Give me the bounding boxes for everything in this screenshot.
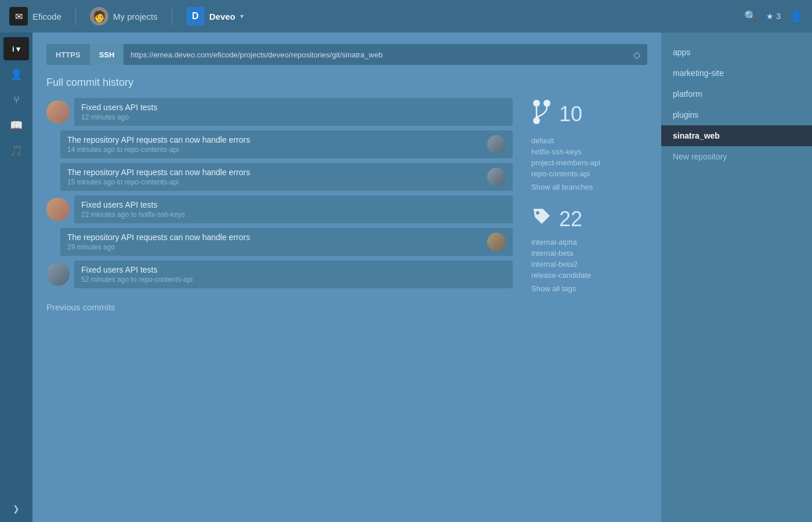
tag-link[interactable]: internal-beta2 xyxy=(531,259,647,270)
commit-card[interactable]: Fixed users API tests 22 minutes ago to … xyxy=(74,195,513,223)
deveo-section[interactable]: D Deveo ▾ xyxy=(186,7,244,26)
brand-icon: ✉ xyxy=(9,7,28,26)
url-input[interactable] xyxy=(124,50,626,59)
avatar xyxy=(487,168,506,186)
commit-title: The repository API requests can now hand… xyxy=(67,233,483,242)
commit-row: Fixed users API tests 52 minutes ago to … xyxy=(46,260,513,288)
commit-meta: 52 minutes ago to repo-contents-api xyxy=(81,276,506,284)
sidebar-expand-button[interactable]: ❯ xyxy=(3,500,29,517)
brand-label: Eficode xyxy=(32,12,61,21)
tag-links: internal-alpha internal-beta internal-be… xyxy=(531,237,647,294)
top-nav: ✉ Eficode 🧑 My projects D Deveo ▾ 🔍 ★ 3 … xyxy=(0,0,812,32)
commit-row: The repository API requests can now hand… xyxy=(46,163,513,191)
content-area: HTTPS SSH ◇ Full commit history Fixed us… xyxy=(32,32,661,522)
stars-section[interactable]: ★ 3 xyxy=(766,12,781,21)
search-button[interactable]: 🔍 xyxy=(744,10,757,23)
tag-icon xyxy=(531,206,552,232)
deveo-dropdown-chevron[interactable]: ▾ xyxy=(240,12,244,20)
tag-link[interactable]: internal-beta xyxy=(531,248,647,259)
repo-list-item-apps[interactable]: apps xyxy=(661,42,812,63)
branch-icon xyxy=(531,98,552,130)
commit-title: The repository API requests can now hand… xyxy=(67,135,483,144)
https-tab[interactable]: HTTPS xyxy=(46,44,90,65)
sidebar-item-branches[interactable]: ⑂ xyxy=(3,88,29,111)
commit-meta: 12 minutes ago xyxy=(81,113,506,121)
branches-stat: 10 default hotfix-ssh-keys project-membe… xyxy=(531,98,647,193)
show-all-branches-link[interactable]: Show all branches xyxy=(531,182,647,193)
new-repository-link[interactable]: New repository xyxy=(661,146,812,167)
avatar xyxy=(46,100,70,124)
avatar xyxy=(46,263,70,286)
commit-meta: 15 minutes ago to repo-contents-api xyxy=(67,178,483,186)
commit-row: The repository API requests can now hand… xyxy=(46,228,513,256)
branches-count: 10 xyxy=(559,102,582,126)
my-projects-link[interactable]: 🧑 My projects xyxy=(90,7,158,26)
commit-title: The repository API requests can now hand… xyxy=(67,168,483,177)
previous-commits-link[interactable]: Previous commits xyxy=(46,302,513,312)
nav-actions: 🔍 ★ 3 👤 xyxy=(744,10,803,23)
tags-count: 22 xyxy=(559,207,582,231)
commit-inner: The repository API requests can now hand… xyxy=(60,228,513,256)
brand-section[interactable]: ✉ Eficode xyxy=(9,7,61,26)
show-all-tags-link[interactable]: Show all tags xyxy=(531,283,647,294)
avatar xyxy=(46,198,70,221)
deveo-icon: D xyxy=(186,7,205,26)
deveo-label: Deveo xyxy=(209,12,235,21)
star-icon: ★ xyxy=(766,12,774,21)
section-title: Full commit history xyxy=(46,77,647,89)
commit-card[interactable]: The repository API requests can now hand… xyxy=(60,130,513,158)
commit-row: Fixed users API tests 12 minutes ago xyxy=(46,98,513,126)
nav-divider-2 xyxy=(172,8,172,25)
repo-list-item-plugins[interactable]: plugins xyxy=(661,104,812,125)
nav-divider-1 xyxy=(75,8,76,25)
sidebar-item-people[interactable]: 👤 xyxy=(3,63,29,86)
commit-inner: The repository API requests can now hand… xyxy=(60,163,513,191)
branch-link[interactable]: repo-contents-api xyxy=(531,168,647,179)
branch-links: default hotfix-ssh-keys project-members-… xyxy=(531,135,647,193)
svg-point-1 xyxy=(543,100,550,107)
commit-card[interactable]: Fixed users API tests 52 minutes ago to … xyxy=(74,260,513,288)
avatar xyxy=(487,233,506,251)
avatar xyxy=(487,135,506,154)
ssh-tab[interactable]: SSH xyxy=(90,44,124,65)
repo-list-item-platform[interactable]: platform xyxy=(661,84,812,104)
commit-meta: 29 minutes ago xyxy=(67,243,483,251)
stats-panel: 10 default hotfix-ssh-keys project-membe… xyxy=(531,98,647,312)
repo-list-item-sinatra-web[interactable]: sinatra_web xyxy=(661,125,812,146)
commit-inner: The repository API requests can now hand… xyxy=(60,130,513,158)
commits-and-stats: Fixed users API tests 12 minutes ago The… xyxy=(46,98,647,312)
svg-point-4 xyxy=(536,211,539,215)
commit-card[interactable]: The repository API requests can now hand… xyxy=(60,163,513,191)
commit-title: Fixed users API tests xyxy=(81,103,506,112)
commit-meta: 22 minutes ago to hotfix-ssh-keys xyxy=(81,211,506,219)
sidebar-item-info[interactable]: i ▾ xyxy=(3,37,29,60)
project-label: My projects xyxy=(113,12,158,21)
sidebar-item-history[interactable]: 📖 xyxy=(3,114,29,137)
branches-count-row: 10 xyxy=(531,98,647,130)
commit-meta: 14 minutes ago to repo-contents-api xyxy=(67,146,483,154)
tags-count-row: 22 xyxy=(531,206,647,232)
branch-link[interactable]: default xyxy=(531,135,647,146)
commits-list: Fixed users API tests 12 minutes ago The… xyxy=(46,98,513,312)
url-bar: HTTPS SSH ◇ xyxy=(46,44,647,65)
commit-row: Fixed users API tests 22 minutes ago to … xyxy=(46,195,513,223)
left-sidebar: i ▾ 👤 ⑂ 📖 🎵 ❯ xyxy=(0,32,32,522)
commit-card[interactable]: The repository API requests can now hand… xyxy=(60,228,513,256)
sidebar-item-integrations[interactable]: 🎵 xyxy=(3,139,29,162)
branch-link[interactable]: hotfix-ssh-keys xyxy=(531,146,647,157)
tag-link[interactable]: internal-alpha xyxy=(531,237,647,248)
repo-list-item-marketing-site[interactable]: marketing-site xyxy=(661,63,812,84)
branch-link[interactable]: project-members-api xyxy=(531,157,647,168)
project-avatar: 🧑 xyxy=(90,7,108,26)
stars-count: 3 xyxy=(776,12,781,21)
commit-card[interactable]: Fixed users API tests 12 minutes ago xyxy=(74,98,513,126)
user-menu-button[interactable]: 👤 xyxy=(790,10,803,23)
tags-stat: 22 internal-alpha internal-beta internal… xyxy=(531,206,647,294)
main-layout: i ▾ 👤 ⑂ 📖 🎵 ❯ HTTPS SSH ◇ Full commit hi… xyxy=(0,32,812,522)
svg-point-2 xyxy=(533,117,540,124)
url-copy-button[interactable]: ◇ xyxy=(626,44,647,65)
commit-title: Fixed users API tests xyxy=(81,265,506,274)
commit-title: Fixed users API tests xyxy=(81,200,506,209)
tag-link[interactable]: release-candidate xyxy=(531,270,647,281)
commit-row: The repository API requests can now hand… xyxy=(46,130,513,158)
